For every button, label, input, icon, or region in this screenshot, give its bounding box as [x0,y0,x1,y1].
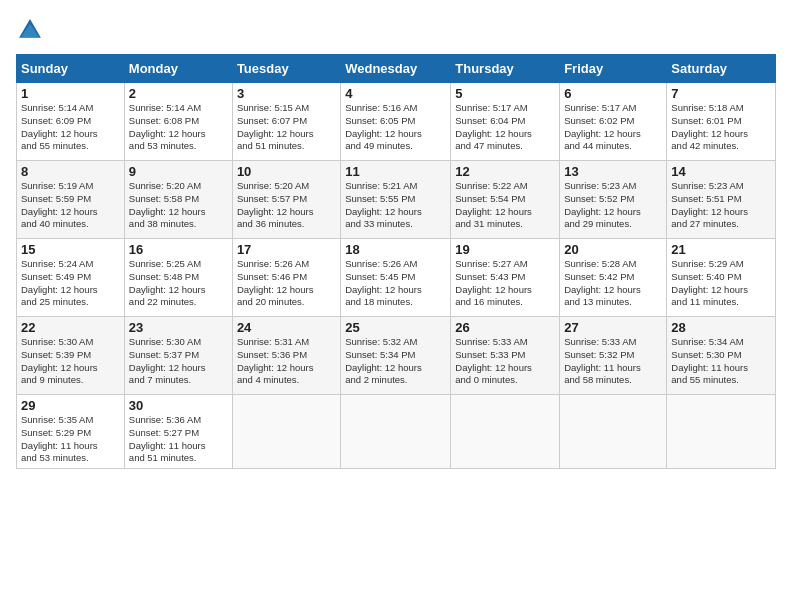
day-number: 14 [671,164,771,179]
day-number: 20 [564,242,662,257]
header-section [16,16,776,44]
day-number: 5 [455,86,555,101]
day-info: Sunrise: 5:23 AMSunset: 5:51 PMDaylight:… [671,180,771,231]
day-info: Sunrise: 5:23 AMSunset: 5:52 PMDaylight:… [564,180,662,231]
week-row-1: 1Sunrise: 5:14 AMSunset: 6:09 PMDaylight… [17,83,776,161]
weekday-header-wednesday: Wednesday [341,55,451,83]
day-info: Sunrise: 5:31 AMSunset: 5:36 PMDaylight:… [237,336,336,387]
day-info: Sunrise: 5:24 AMSunset: 5:49 PMDaylight:… [21,258,120,309]
day-number: 6 [564,86,662,101]
day-number: 18 [345,242,446,257]
day-number: 26 [455,320,555,335]
day-info: Sunrise: 5:21 AMSunset: 5:55 PMDaylight:… [345,180,446,231]
day-number: 23 [129,320,228,335]
calendar-cell [667,395,776,469]
day-number: 11 [345,164,446,179]
calendar-cell: 21Sunrise: 5:29 AMSunset: 5:40 PMDayligh… [667,239,776,317]
calendar-table: SundayMondayTuesdayWednesdayThursdayFrid… [16,54,776,469]
calendar-cell: 28Sunrise: 5:34 AMSunset: 5:30 PMDayligh… [667,317,776,395]
logo [16,16,48,44]
week-row-5: 29Sunrise: 5:35 AMSunset: 5:29 PMDayligh… [17,395,776,469]
week-row-2: 8Sunrise: 5:19 AMSunset: 5:59 PMDaylight… [17,161,776,239]
calendar-cell: 22Sunrise: 5:30 AMSunset: 5:39 PMDayligh… [17,317,125,395]
calendar-cell: 25Sunrise: 5:32 AMSunset: 5:34 PMDayligh… [341,317,451,395]
day-number: 21 [671,242,771,257]
day-number: 19 [455,242,555,257]
day-number: 29 [21,398,120,413]
day-info: Sunrise: 5:32 AMSunset: 5:34 PMDaylight:… [345,336,446,387]
calendar-cell: 2Sunrise: 5:14 AMSunset: 6:08 PMDaylight… [124,83,232,161]
day-info: Sunrise: 5:26 AMSunset: 5:46 PMDaylight:… [237,258,336,309]
calendar-cell: 26Sunrise: 5:33 AMSunset: 5:33 PMDayligh… [451,317,560,395]
calendar-cell: 18Sunrise: 5:26 AMSunset: 5:45 PMDayligh… [341,239,451,317]
logo-icon [16,16,44,44]
day-number: 12 [455,164,555,179]
calendar-cell: 11Sunrise: 5:21 AMSunset: 5:55 PMDayligh… [341,161,451,239]
day-number: 7 [671,86,771,101]
calendar-cell: 30Sunrise: 5:36 AMSunset: 5:27 PMDayligh… [124,395,232,469]
calendar-cell: 8Sunrise: 5:19 AMSunset: 5:59 PMDaylight… [17,161,125,239]
calendar-cell: 14Sunrise: 5:23 AMSunset: 5:51 PMDayligh… [667,161,776,239]
day-info: Sunrise: 5:17 AMSunset: 6:02 PMDaylight:… [564,102,662,153]
calendar-cell [341,395,451,469]
day-info: Sunrise: 5:20 AMSunset: 5:57 PMDaylight:… [237,180,336,231]
day-number: 30 [129,398,228,413]
day-info: Sunrise: 5:33 AMSunset: 5:32 PMDaylight:… [564,336,662,387]
main-container: SundayMondayTuesdayWednesdayThursdayFrid… [0,0,792,477]
day-info: Sunrise: 5:35 AMSunset: 5:29 PMDaylight:… [21,414,120,465]
day-info: Sunrise: 5:16 AMSunset: 6:05 PMDaylight:… [345,102,446,153]
calendar-cell [451,395,560,469]
day-info: Sunrise: 5:14 AMSunset: 6:08 PMDaylight:… [129,102,228,153]
calendar-cell: 13Sunrise: 5:23 AMSunset: 5:52 PMDayligh… [560,161,667,239]
week-row-3: 15Sunrise: 5:24 AMSunset: 5:49 PMDayligh… [17,239,776,317]
day-info: Sunrise: 5:28 AMSunset: 5:42 PMDaylight:… [564,258,662,309]
weekday-header-friday: Friday [560,55,667,83]
calendar-cell: 1Sunrise: 5:14 AMSunset: 6:09 PMDaylight… [17,83,125,161]
day-number: 13 [564,164,662,179]
day-info: Sunrise: 5:20 AMSunset: 5:58 PMDaylight:… [129,180,228,231]
calendar-cell: 6Sunrise: 5:17 AMSunset: 6:02 PMDaylight… [560,83,667,161]
day-number: 17 [237,242,336,257]
weekday-header-row: SundayMondayTuesdayWednesdayThursdayFrid… [17,55,776,83]
day-number: 4 [345,86,446,101]
day-number: 27 [564,320,662,335]
day-number: 1 [21,86,120,101]
day-number: 3 [237,86,336,101]
calendar-cell: 24Sunrise: 5:31 AMSunset: 5:36 PMDayligh… [232,317,340,395]
calendar-cell: 12Sunrise: 5:22 AMSunset: 5:54 PMDayligh… [451,161,560,239]
day-number: 8 [21,164,120,179]
day-number: 28 [671,320,771,335]
calendar-cell: 20Sunrise: 5:28 AMSunset: 5:42 PMDayligh… [560,239,667,317]
calendar-cell: 29Sunrise: 5:35 AMSunset: 5:29 PMDayligh… [17,395,125,469]
day-info: Sunrise: 5:18 AMSunset: 6:01 PMDaylight:… [671,102,771,153]
calendar-cell: 27Sunrise: 5:33 AMSunset: 5:32 PMDayligh… [560,317,667,395]
calendar-cell [232,395,340,469]
day-number: 2 [129,86,228,101]
day-number: 10 [237,164,336,179]
calendar-cell: 19Sunrise: 5:27 AMSunset: 5:43 PMDayligh… [451,239,560,317]
week-row-4: 22Sunrise: 5:30 AMSunset: 5:39 PMDayligh… [17,317,776,395]
day-number: 16 [129,242,228,257]
day-number: 25 [345,320,446,335]
day-info: Sunrise: 5:34 AMSunset: 5:30 PMDaylight:… [671,336,771,387]
calendar-cell: 9Sunrise: 5:20 AMSunset: 5:58 PMDaylight… [124,161,232,239]
calendar-cell: 16Sunrise: 5:25 AMSunset: 5:48 PMDayligh… [124,239,232,317]
weekday-header-tuesday: Tuesday [232,55,340,83]
day-number: 22 [21,320,120,335]
day-info: Sunrise: 5:33 AMSunset: 5:33 PMDaylight:… [455,336,555,387]
day-info: Sunrise: 5:15 AMSunset: 6:07 PMDaylight:… [237,102,336,153]
calendar-cell: 17Sunrise: 5:26 AMSunset: 5:46 PMDayligh… [232,239,340,317]
calendar-cell: 10Sunrise: 5:20 AMSunset: 5:57 PMDayligh… [232,161,340,239]
day-info: Sunrise: 5:27 AMSunset: 5:43 PMDaylight:… [455,258,555,309]
day-info: Sunrise: 5:29 AMSunset: 5:40 PMDaylight:… [671,258,771,309]
day-info: Sunrise: 5:30 AMSunset: 5:37 PMDaylight:… [129,336,228,387]
day-info: Sunrise: 5:22 AMSunset: 5:54 PMDaylight:… [455,180,555,231]
calendar-cell [560,395,667,469]
weekday-header-saturday: Saturday [667,55,776,83]
day-info: Sunrise: 5:17 AMSunset: 6:04 PMDaylight:… [455,102,555,153]
day-info: Sunrise: 5:26 AMSunset: 5:45 PMDaylight:… [345,258,446,309]
day-info: Sunrise: 5:19 AMSunset: 5:59 PMDaylight:… [21,180,120,231]
day-number: 15 [21,242,120,257]
day-info: Sunrise: 5:36 AMSunset: 5:27 PMDaylight:… [129,414,228,465]
calendar-cell: 5Sunrise: 5:17 AMSunset: 6:04 PMDaylight… [451,83,560,161]
